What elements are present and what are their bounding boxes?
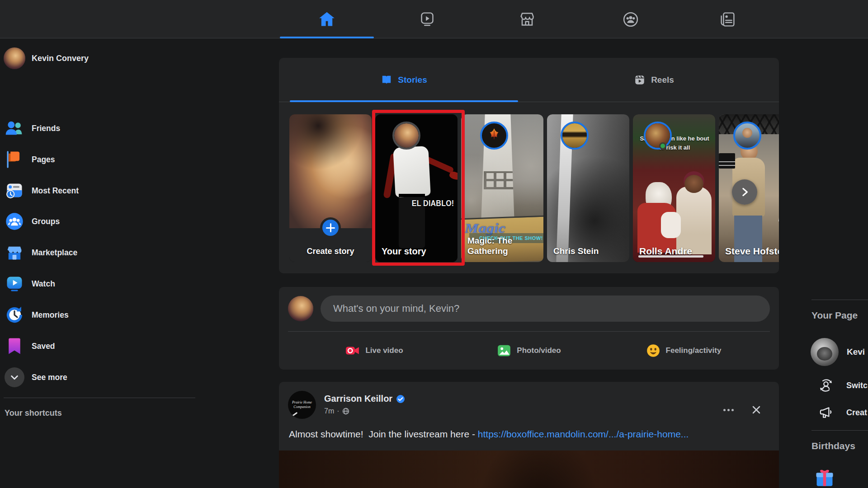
- sidebar-item-label: See more: [32, 373, 67, 382]
- story-label: Chris Stein: [553, 246, 625, 257]
- page-avatar: [811, 338, 839, 366]
- story-label: Rolls Andre: [639, 245, 711, 257]
- sidebar-item-see-more[interactable]: See more: [4, 365, 198, 390]
- sidebar-divider: [4, 398, 195, 398]
- post-text: Almost showtime! Join the livestream her…: [289, 428, 769, 441]
- story-avatar: [561, 122, 589, 150]
- birthdays-item[interactable]: [814, 466, 835, 488]
- post-photo[interactable]: [279, 450, 779, 488]
- post-author-name[interactable]: Garrison Keillor: [324, 394, 392, 404]
- profile-avatar: [4, 47, 25, 69]
- tab-reels[interactable]: Reels: [529, 58, 779, 102]
- status-input[interactable]: [321, 296, 770, 322]
- post-link[interactable]: https://boxoffice.mandolin.com/.../a-pra…: [478, 429, 689, 439]
- composer-panel: Live video Photo/video Feeling/activity: [279, 287, 779, 370]
- home-icon: [316, 9, 337, 30]
- your-page-heading: Your Page: [811, 310, 858, 321]
- sidebar-item-label: Friends: [32, 124, 60, 133]
- most-recent-icon: [5, 181, 24, 201]
- friends-icon: [5, 118, 24, 138]
- feed-post: Prairie Home Companion Garrison Keillor …: [279, 382, 779, 488]
- sidebar-item-label: Marketplace: [32, 248, 77, 258]
- sidebar-item-label: Kevin Convery: [32, 54, 89, 63]
- marketplace-icon: [517, 9, 538, 30]
- stories-icon: [381, 74, 392, 86]
- sidebar-item-profile[interactable]: Kevin Convery: [4, 46, 198, 71]
- tab-label: Reels: [651, 75, 674, 85]
- pages-icon: [5, 150, 24, 169]
- story-avatar: [480, 122, 508, 150]
- rightbar-switch-item[interactable]: Switc: [818, 378, 868, 393]
- tab-home[interactable]: [279, 0, 375, 38]
- tab-news[interactable]: [680, 0, 776, 38]
- photo-video-button[interactable]: Photo/video: [452, 332, 606, 370]
- post-author-avatar[interactable]: Prairie Home Companion: [288, 391, 316, 419]
- globe-privacy-icon: [342, 408, 349, 415]
- marketplace-icon: [5, 243, 24, 263]
- saved-icon: [5, 336, 24, 356]
- reels-icon: [634, 74, 646, 86]
- online-status-dot: [659, 142, 666, 150]
- sidebar-item-label: Groups: [32, 217, 60, 226]
- sidebar-item-most-recent[interactable]: Most Recent: [4, 178, 198, 203]
- post-menu-icon[interactable]: [721, 406, 736, 414]
- facebook-dark-home-screen: Kevin Convery Friends Pag: [0, 0, 868, 488]
- left-sidebar: Kevin Convery Friends Pag: [0, 39, 208, 488]
- plus-icon[interactable]: [320, 217, 341, 238]
- story-card-your-story[interactable]: EL DIABLO! Your story: [375, 114, 458, 262]
- sidebar-item-label: Saved: [32, 342, 55, 351]
- action-label: Live video: [365, 346, 403, 355]
- sidebar-item-saved[interactable]: Saved: [4, 333, 198, 359]
- story-label: Steve Hofstett: [725, 245, 779, 257]
- mtg-planeswalker-icon: [485, 127, 503, 145]
- rightbar-page-item[interactable]: Kevi: [811, 338, 865, 366]
- story-avatar: [733, 122, 761, 150]
- story-label: Magic: The Gathering: [467, 236, 539, 257]
- megaphone-icon: [818, 405, 834, 420]
- stories-next-button[interactable]: [732, 179, 757, 205]
- photo-video-icon: [497, 343, 511, 358]
- story-card-chris-stein[interactable]: Chris Stein: [547, 114, 629, 262]
- groups-icon: [5, 211, 24, 231]
- sidebar-item-friends[interactable]: Friends: [4, 116, 198, 141]
- story-label: Create story: [289, 247, 372, 257]
- avatar-logo-text: Companion: [293, 405, 310, 409]
- sidebar-item-memories[interactable]: Memories: [4, 302, 198, 328]
- story-card-create[interactable]: Create story: [289, 114, 372, 262]
- create-label: Creat: [846, 408, 867, 418]
- verified-badge-icon: [396, 394, 405, 404]
- watch-icon: [5, 274, 24, 294]
- stories-panel: Stories Reels Create story: [279, 58, 779, 273]
- feeling-activity-button[interactable]: Feeling/activity: [606, 332, 761, 370]
- tab-groups[interactable]: [583, 0, 679, 38]
- tab-marketplace[interactable]: [479, 0, 575, 38]
- sidebar-item-label: Watch: [32, 279, 55, 289]
- chevron-right-icon: [739, 186, 750, 198]
- composer-avatar[interactable]: [288, 296, 313, 321]
- post-timestamp[interactable]: 7m: [324, 407, 334, 415]
- stories-carousel: Create story EL DIABLO! Your story: [279, 114, 779, 262]
- sidebar-item-pages[interactable]: Pages: [4, 147, 198, 172]
- sidebar-item-label: Pages: [32, 155, 55, 164]
- rightbar-create-item[interactable]: Creat: [818, 405, 867, 420]
- live-video-button[interactable]: Live video: [297, 332, 452, 370]
- sidebar-item-label: Memories: [32, 310, 69, 320]
- story-card-magic-the-gathering[interactable]: Magic CHECK OUT THE SHOW! Magic: The Gat…: [461, 114, 543, 262]
- action-label: Feeling/activity: [666, 346, 722, 355]
- sidebar-item-groups[interactable]: Groups: [4, 209, 198, 234]
- tab-stories[interactable]: Stories: [279, 58, 529, 102]
- tab-label: Stories: [398, 75, 427, 85]
- sidebar-item-watch[interactable]: Watch: [4, 271, 198, 296]
- story-card-rolls-andre[interactable]: Santa lookin like he bout to risk it all…: [633, 114, 715, 262]
- watch-icon: [417, 9, 438, 30]
- birthdays-heading: Birthdays: [811, 441, 855, 451]
- switch-profile-icon: [818, 378, 834, 393]
- sidebar-item-label: Most Recent: [32, 186, 79, 196]
- story-photo: [289, 114, 372, 228]
- sidebar-item-marketplace[interactable]: Marketplace: [4, 240, 198, 265]
- stories-tabs: Stories Reels: [279, 58, 779, 102]
- tab-watch[interactable]: [379, 0, 475, 38]
- close-icon[interactable]: [750, 404, 763, 416]
- story-label: Your story: [382, 246, 453, 257]
- post-text-plain: Almost showtime! Join the livestream her…: [289, 429, 478, 439]
